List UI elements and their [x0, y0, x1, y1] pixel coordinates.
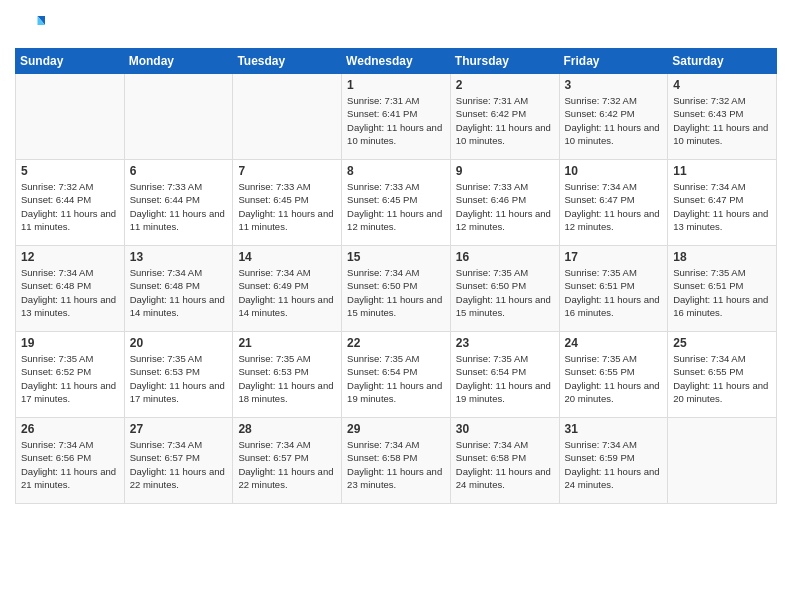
day-number: 6: [130, 164, 228, 178]
day-number: 24: [565, 336, 663, 350]
calendar-week-4: 19Sunrise: 7:35 AM Sunset: 6:52 PM Dayli…: [16, 332, 777, 418]
calendar-day-cell: 18Sunrise: 7:35 AM Sunset: 6:51 PM Dayli…: [668, 246, 777, 332]
day-number: 8: [347, 164, 445, 178]
calendar-day-cell: 29Sunrise: 7:34 AM Sunset: 6:58 PM Dayli…: [342, 418, 451, 504]
calendar-header-thursday: Thursday: [450, 49, 559, 74]
calendar-day-cell: 3Sunrise: 7:32 AM Sunset: 6:42 PM Daylig…: [559, 74, 668, 160]
day-info: Sunrise: 7:34 AM Sunset: 6:57 PM Dayligh…: [130, 438, 228, 491]
day-number: 25: [673, 336, 771, 350]
calendar-day-cell: 2Sunrise: 7:31 AM Sunset: 6:42 PM Daylig…: [450, 74, 559, 160]
day-info: Sunrise: 7:35 AM Sunset: 6:53 PM Dayligh…: [238, 352, 336, 405]
day-info: Sunrise: 7:35 AM Sunset: 6:51 PM Dayligh…: [673, 266, 771, 319]
day-info: Sunrise: 7:35 AM Sunset: 6:54 PM Dayligh…: [347, 352, 445, 405]
calendar-day-cell: 31Sunrise: 7:34 AM Sunset: 6:59 PM Dayli…: [559, 418, 668, 504]
day-info: Sunrise: 7:34 AM Sunset: 6:49 PM Dayligh…: [238, 266, 336, 319]
calendar-day-cell: 14Sunrise: 7:34 AM Sunset: 6:49 PM Dayli…: [233, 246, 342, 332]
day-info: Sunrise: 7:35 AM Sunset: 6:51 PM Dayligh…: [565, 266, 663, 319]
calendar-header-wednesday: Wednesday: [342, 49, 451, 74]
day-number: 16: [456, 250, 554, 264]
calendar-day-cell: 23Sunrise: 7:35 AM Sunset: 6:54 PM Dayli…: [450, 332, 559, 418]
calendar-day-cell: 5Sunrise: 7:32 AM Sunset: 6:44 PM Daylig…: [16, 160, 125, 246]
calendar-week-3: 12Sunrise: 7:34 AM Sunset: 6:48 PM Dayli…: [16, 246, 777, 332]
day-number: 31: [565, 422, 663, 436]
day-info: Sunrise: 7:33 AM Sunset: 6:46 PM Dayligh…: [456, 180, 554, 233]
day-number: 13: [130, 250, 228, 264]
day-info: Sunrise: 7:34 AM Sunset: 6:58 PM Dayligh…: [347, 438, 445, 491]
day-number: 14: [238, 250, 336, 264]
day-number: 23: [456, 336, 554, 350]
day-number: 20: [130, 336, 228, 350]
day-info: Sunrise: 7:31 AM Sunset: 6:41 PM Dayligh…: [347, 94, 445, 147]
day-info: Sunrise: 7:34 AM Sunset: 6:48 PM Dayligh…: [21, 266, 119, 319]
day-info: Sunrise: 7:34 AM Sunset: 6:47 PM Dayligh…: [565, 180, 663, 233]
calendar-day-cell: 26Sunrise: 7:34 AM Sunset: 6:56 PM Dayli…: [16, 418, 125, 504]
calendar-day-cell: 10Sunrise: 7:34 AM Sunset: 6:47 PM Dayli…: [559, 160, 668, 246]
calendar-header-saturday: Saturday: [668, 49, 777, 74]
day-number: 26: [21, 422, 119, 436]
calendar-day-cell: 12Sunrise: 7:34 AM Sunset: 6:48 PM Dayli…: [16, 246, 125, 332]
day-number: 27: [130, 422, 228, 436]
day-info: Sunrise: 7:34 AM Sunset: 6:57 PM Dayligh…: [238, 438, 336, 491]
general-blue-logo-icon: [15, 10, 45, 40]
day-number: 28: [238, 422, 336, 436]
calendar-day-cell: 30Sunrise: 7:34 AM Sunset: 6:58 PM Dayli…: [450, 418, 559, 504]
calendar-header-monday: Monday: [124, 49, 233, 74]
calendar-header-row: SundayMondayTuesdayWednesdayThursdayFrid…: [16, 49, 777, 74]
calendar-day-cell: 25Sunrise: 7:34 AM Sunset: 6:55 PM Dayli…: [668, 332, 777, 418]
day-info: Sunrise: 7:34 AM Sunset: 6:58 PM Dayligh…: [456, 438, 554, 491]
day-number: 21: [238, 336, 336, 350]
day-info: Sunrise: 7:35 AM Sunset: 6:52 PM Dayligh…: [21, 352, 119, 405]
calendar-day-cell: 7Sunrise: 7:33 AM Sunset: 6:45 PM Daylig…: [233, 160, 342, 246]
day-number: 5: [21, 164, 119, 178]
calendar-day-cell: 19Sunrise: 7:35 AM Sunset: 6:52 PM Dayli…: [16, 332, 125, 418]
day-number: 30: [456, 422, 554, 436]
calendar-header-friday: Friday: [559, 49, 668, 74]
day-info: Sunrise: 7:31 AM Sunset: 6:42 PM Dayligh…: [456, 94, 554, 147]
calendar-day-cell: 4Sunrise: 7:32 AM Sunset: 6:43 PM Daylig…: [668, 74, 777, 160]
calendar-day-cell: [668, 418, 777, 504]
calendar-day-cell: 15Sunrise: 7:34 AM Sunset: 6:50 PM Dayli…: [342, 246, 451, 332]
calendar-day-cell: 8Sunrise: 7:33 AM Sunset: 6:45 PM Daylig…: [342, 160, 451, 246]
calendar-day-cell: 1Sunrise: 7:31 AM Sunset: 6:41 PM Daylig…: [342, 74, 451, 160]
calendar-day-cell: 6Sunrise: 7:33 AM Sunset: 6:44 PM Daylig…: [124, 160, 233, 246]
calendar-day-cell: 28Sunrise: 7:34 AM Sunset: 6:57 PM Dayli…: [233, 418, 342, 504]
calendar-day-cell: 11Sunrise: 7:34 AM Sunset: 6:47 PM Dayli…: [668, 160, 777, 246]
calendar-day-cell: [124, 74, 233, 160]
calendar-day-cell: 22Sunrise: 7:35 AM Sunset: 6:54 PM Dayli…: [342, 332, 451, 418]
day-info: Sunrise: 7:34 AM Sunset: 6:50 PM Dayligh…: [347, 266, 445, 319]
calendar-header-sunday: Sunday: [16, 49, 125, 74]
calendar-day-cell: [16, 74, 125, 160]
day-number: 3: [565, 78, 663, 92]
day-number: 18: [673, 250, 771, 264]
day-info: Sunrise: 7:34 AM Sunset: 6:56 PM Dayligh…: [21, 438, 119, 491]
day-number: 10: [565, 164, 663, 178]
page: SundayMondayTuesdayWednesdayThursdayFrid…: [0, 0, 792, 514]
day-info: Sunrise: 7:35 AM Sunset: 6:50 PM Dayligh…: [456, 266, 554, 319]
day-number: 2: [456, 78, 554, 92]
calendar-table: SundayMondayTuesdayWednesdayThursdayFrid…: [15, 48, 777, 504]
calendar-week-5: 26Sunrise: 7:34 AM Sunset: 6:56 PM Dayli…: [16, 418, 777, 504]
calendar-day-cell: 13Sunrise: 7:34 AM Sunset: 6:48 PM Dayli…: [124, 246, 233, 332]
day-info: Sunrise: 7:32 AM Sunset: 6:44 PM Dayligh…: [21, 180, 119, 233]
day-info: Sunrise: 7:35 AM Sunset: 6:54 PM Dayligh…: [456, 352, 554, 405]
day-info: Sunrise: 7:33 AM Sunset: 6:45 PM Dayligh…: [347, 180, 445, 233]
calendar-week-2: 5Sunrise: 7:32 AM Sunset: 6:44 PM Daylig…: [16, 160, 777, 246]
calendar-day-cell: 17Sunrise: 7:35 AM Sunset: 6:51 PM Dayli…: [559, 246, 668, 332]
calendar-day-cell: 21Sunrise: 7:35 AM Sunset: 6:53 PM Dayli…: [233, 332, 342, 418]
day-number: 29: [347, 422, 445, 436]
day-info: Sunrise: 7:33 AM Sunset: 6:45 PM Dayligh…: [238, 180, 336, 233]
calendar-day-cell: 27Sunrise: 7:34 AM Sunset: 6:57 PM Dayli…: [124, 418, 233, 504]
calendar-day-cell: 20Sunrise: 7:35 AM Sunset: 6:53 PM Dayli…: [124, 332, 233, 418]
day-info: Sunrise: 7:32 AM Sunset: 6:42 PM Dayligh…: [565, 94, 663, 147]
day-info: Sunrise: 7:35 AM Sunset: 6:53 PM Dayligh…: [130, 352, 228, 405]
day-number: 22: [347, 336, 445, 350]
day-info: Sunrise: 7:34 AM Sunset: 6:59 PM Dayligh…: [565, 438, 663, 491]
day-number: 4: [673, 78, 771, 92]
day-number: 11: [673, 164, 771, 178]
day-number: 17: [565, 250, 663, 264]
day-number: 15: [347, 250, 445, 264]
day-number: 19: [21, 336, 119, 350]
day-info: Sunrise: 7:34 AM Sunset: 6:48 PM Dayligh…: [130, 266, 228, 319]
calendar-header-tuesday: Tuesday: [233, 49, 342, 74]
header: [15, 10, 777, 40]
